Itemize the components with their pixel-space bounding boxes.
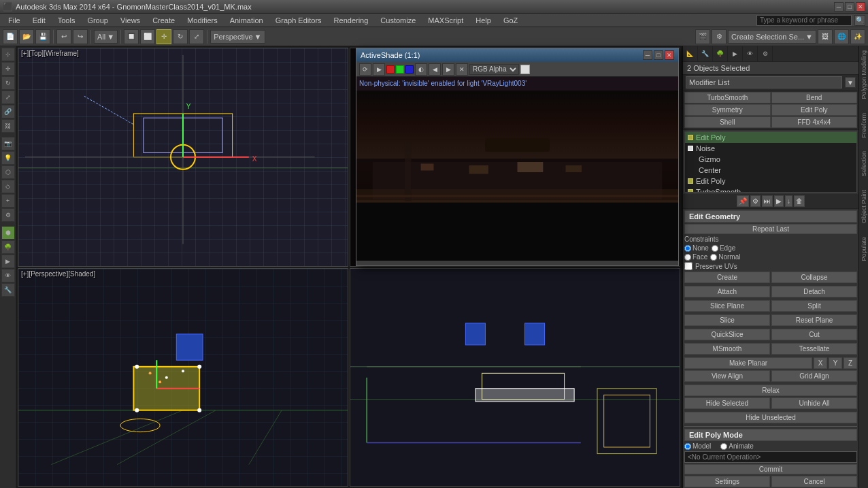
- viewport-top[interactable]: [+][Top][Wireframe] X Y: [18, 48, 348, 267]
- channel-green[interactable]: [396, 65, 404, 74]
- edit-geometry-title[interactable]: Edit Geometry: [684, 210, 857, 223]
- dialog-minimize[interactable]: ─: [643, 50, 652, 60]
- tab-modify[interactable]: 🔧: [698, 46, 713, 61]
- dialog-tb-reset[interactable]: ⟳: [359, 63, 371, 76]
- constraint-none[interactable]: None: [684, 244, 709, 252]
- menu-file[interactable]: File: [3, 15, 26, 26]
- quick-ffd[interactable]: FFD 4x4x4: [771, 116, 858, 128]
- viewport-bottom-right[interactable]: [350, 268, 680, 487]
- stack-gizmo[interactable]: Gizmo: [685, 154, 856, 165]
- tool-shapes[interactable]: ◇: [1, 180, 15, 193]
- modifier-stack[interactable]: Edit Poly Noise Gizmo Center Edit Poly T…: [684, 131, 857, 193]
- search-input[interactable]: [756, 15, 852, 26]
- stack-pin-button[interactable]: 📌: [737, 195, 749, 207]
- stack-edit-poly-top[interactable]: Edit Poly: [685, 132, 856, 143]
- tab-utilities[interactable]: ⚙: [758, 46, 773, 61]
- render-effects-button[interactable]: ✨: [850, 29, 865, 44]
- relax-button[interactable]: Relax: [684, 385, 857, 396]
- tab-create[interactable]: 📐: [683, 46, 698, 61]
- tool-modify[interactable]: ⬢: [1, 226, 15, 240]
- channel-blue[interactable]: [405, 65, 414, 74]
- model-radio[interactable]: Model: [684, 442, 711, 450]
- constraint-face[interactable]: Face: [684, 253, 707, 261]
- dialog-tb-mono[interactable]: ◐: [415, 63, 427, 76]
- tab-motion[interactable]: ▶: [728, 46, 743, 61]
- tool-utilities[interactable]: 🔧: [1, 283, 15, 297]
- slice-plane-button[interactable]: Slice Plane: [684, 300, 770, 312]
- selection-filter-dropdown[interactable]: All ▼: [94, 30, 118, 44]
- render-preset-dropdown[interactable]: Create Selection Se... ▼: [728, 30, 816, 44]
- tool-rotate[interactable]: ↻: [1, 76, 15, 90]
- tool-geo[interactable]: ⬡: [1, 165, 15, 179]
- close-button[interactable]: ✕: [856, 2, 865, 12]
- menu-rendering[interactable]: Rendering: [329, 15, 374, 26]
- stack-edit-poly-2[interactable]: Edit Poly: [685, 176, 856, 186]
- tool-camera[interactable]: 📷: [1, 137, 15, 150]
- menu-customize[interactable]: Customize: [375, 15, 421, 26]
- stack-active-only[interactable]: ↓: [785, 195, 792, 207]
- tool-link[interactable]: 🔗: [1, 105, 15, 118]
- redo-button[interactable]: ↪: [73, 29, 88, 44]
- tool-hierarchy[interactable]: 🌳: [1, 240, 15, 254]
- tool-helpers[interactable]: +: [1, 194, 15, 208]
- stack-turbosmooth[interactable]: TurboSmooth: [685, 186, 856, 193]
- planar-y-button[interactable]: Y: [829, 357, 842, 369]
- dialog-close[interactable]: ✕: [665, 50, 674, 60]
- view-align-button[interactable]: View Align: [684, 370, 770, 382]
- tab-display[interactable]: 👁: [743, 46, 758, 61]
- rotate-button[interactable]: ↻: [173, 29, 188, 44]
- repeat-last-button[interactable]: Repeat Last: [684, 224, 857, 234]
- render-frame-button[interactable]: 🖼: [818, 29, 833, 44]
- cancel-button[interactable]: Cancel: [771, 476, 857, 487]
- menu-group[interactable]: Group: [82, 15, 114, 26]
- stack-center[interactable]: Center: [685, 165, 856, 176]
- menu-modifiers[interactable]: Modifiers: [182, 15, 223, 26]
- channel-red[interactable]: [386, 65, 395, 74]
- dialog-tb-close[interactable]: ✕: [456, 63, 468, 76]
- cut-button[interactable]: Cut: [771, 329, 857, 340]
- tessellate-button[interactable]: Tessellate: [771, 343, 857, 355]
- hide-unselected-button[interactable]: Hide Unselected: [684, 412, 857, 423]
- scale-button[interactable]: ⤢: [189, 29, 204, 44]
- tool-move[interactable]: ✛: [1, 62, 15, 76]
- animate-radio[interactable]: Animate: [720, 442, 754, 450]
- commit-button[interactable]: Commit: [684, 464, 857, 474]
- unhide-all-button[interactable]: Unhide All: [771, 397, 857, 409]
- quick-symmetry[interactable]: Symmetry: [684, 104, 771, 116]
- render-button[interactable]: 🎬: [695, 29, 710, 44]
- open-button[interactable]: 📂: [19, 29, 34, 44]
- tab-hierarchy[interactable]: 🌳: [713, 46, 728, 61]
- dialog-tb-next[interactable]: ▶: [442, 63, 454, 76]
- tool-unlink[interactable]: ⛓: [1, 119, 15, 133]
- modifier-list-arrow[interactable]: ▼: [845, 77, 856, 88]
- menu-graph-editors[interactable]: Graph Editors: [270, 15, 327, 26]
- attach-button[interactable]: Attach: [684, 286, 770, 297]
- grid-align-button[interactable]: Grid Align: [771, 370, 857, 382]
- menu-goz[interactable]: GoZ: [498, 15, 523, 26]
- stack-remove[interactable]: 🗑: [794, 195, 805, 207]
- planar-z-button[interactable]: Z: [844, 357, 857, 369]
- edit-poly-mode-title[interactable]: Edit Poly Mode: [684, 429, 857, 441]
- select-object-button[interactable]: 🔲: [124, 29, 139, 44]
- menu-views[interactable]: Views: [115, 15, 146, 26]
- save-button[interactable]: 💾: [35, 29, 50, 44]
- menu-edit[interactable]: Edit: [27, 15, 51, 26]
- minimize-button[interactable]: ─: [834, 2, 844, 12]
- hide-selected-button[interactable]: Hide Selected: [684, 397, 770, 409]
- menu-help[interactable]: Help: [470, 15, 497, 26]
- maximize-button[interactable]: □: [845, 2, 854, 12]
- dialog-tb-prev[interactable]: ◀: [429, 63, 441, 76]
- tool-motion[interactable]: ▶: [1, 255, 15, 268]
- menu-maxscript[interactable]: MAXScript: [422, 15, 469, 26]
- undo-button[interactable]: ↩: [56, 29, 71, 44]
- tool-display[interactable]: 👁: [1, 269, 15, 282]
- menu-animation[interactable]: Animation: [224, 15, 269, 26]
- make-planar-button[interactable]: Make Planar: [684, 357, 812, 369]
- tool-systems[interactable]: ⚙: [1, 208, 15, 222]
- tool-light[interactable]: 💡: [1, 151, 15, 165]
- tool-select[interactable]: ⊹: [1, 48, 15, 61]
- settings-button[interactable]: Settings: [684, 476, 770, 487]
- menu-create[interactable]: Create: [147, 15, 180, 26]
- detach-button[interactable]: Detach: [771, 286, 857, 297]
- reset-plane-button[interactable]: Reset Plane: [771, 314, 857, 326]
